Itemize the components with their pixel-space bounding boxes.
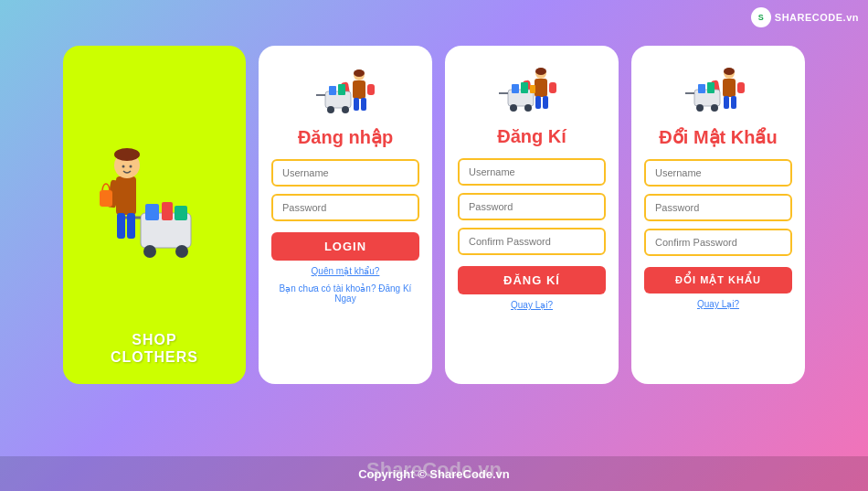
svg-rect-8 — [117, 213, 125, 239]
panel-shop: SHOP CLOTHERS — [63, 46, 246, 384]
register-password-input[interactable] — [458, 193, 606, 220]
shop-figure-container — [63, 46, 246, 331]
copyright-text: Copyright © ShareCode.vn — [358, 467, 510, 481]
svg-point-38 — [524, 104, 532, 112]
register-title: Đăng Kí — [497, 126, 566, 147]
svg-point-14 — [130, 165, 132, 168]
svg-point-17 — [354, 69, 365, 77]
register-figure — [495, 57, 568, 121]
login-title: Đăng nhập — [298, 126, 393, 148]
svg-rect-19 — [354, 98, 359, 111]
login-figure — [309, 57, 382, 121]
changepw-back-link[interactable]: Quay Lại? — [697, 299, 739, 309]
svg-point-12 — [114, 148, 140, 161]
logo-icon: S — [751, 7, 771, 27]
svg-rect-20 — [361, 98, 366, 111]
register-confirm-input[interactable] — [458, 228, 606, 255]
changepw-confirm-input[interactable] — [644, 229, 792, 256]
svg-point-24 — [327, 106, 334, 113]
svg-rect-22 — [367, 84, 375, 95]
svg-point-13 — [122, 165, 125, 168]
svg-rect-28 — [338, 84, 345, 95]
svg-point-1 — [143, 245, 156, 258]
changepw-password-input[interactable] — [644, 194, 792, 221]
svg-point-25 — [342, 106, 349, 113]
svg-point-44 — [724, 68, 735, 75]
svg-rect-41 — [521, 82, 528, 93]
svg-point-52 — [711, 104, 718, 112]
panel-login: Đăng nhập LOGIN Quên mật khẩu? Bạn chưa … — [259, 46, 432, 384]
svg-rect-31 — [535, 79, 547, 97]
changepw-button[interactable]: ĐỔI MẬT KHẨU — [644, 267, 792, 294]
svg-rect-40 — [512, 84, 519, 93]
svg-rect-35 — [549, 82, 556, 93]
svg-point-2 — [175, 245, 188, 258]
register-button[interactable]: ĐĂNG KÍ — [458, 266, 606, 294]
svg-rect-5 — [162, 202, 173, 220]
login-username-input[interactable] — [271, 159, 419, 187]
logo-label: SHARECODE.vn — [775, 12, 859, 23]
svg-rect-49 — [737, 82, 745, 93]
svg-rect-32 — [535, 96, 541, 109]
panel-register: Đăng Kí ĐĂNG KÍ Quay Lại? — [445, 46, 619, 384]
svg-rect-27 — [329, 86, 336, 95]
login-button[interactable]: LOGIN — [271, 232, 419, 261]
svg-rect-45 — [723, 79, 736, 97]
changepw-title: Đổi Mật Khẩu — [659, 126, 777, 148]
register-prompt: Bạn chưa có tài khoản? Đăng Kí Ngay — [271, 283, 419, 304]
svg-rect-9 — [127, 213, 135, 239]
svg-rect-42 — [530, 85, 535, 93]
svg-rect-6 — [175, 206, 187, 220]
panel-change-password: Đổi Mật Khẩu ĐỔI MẬT KHẨU Quay Lại? — [631, 46, 805, 384]
svg-point-37 — [510, 104, 517, 112]
svg-rect-46 — [724, 96, 729, 109]
forgot-password-link[interactable]: Quên mật khẩu? — [312, 266, 380, 276]
svg-rect-55 — [707, 82, 715, 93]
main-area: SHOP CLOTHERS Đăng nhập — [63, 46, 805, 384]
svg-rect-47 — [731, 96, 736, 109]
change-pw-figure — [682, 57, 755, 121]
shop-title: SHOP CLOTHERS — [111, 331, 198, 366]
svg-rect-15 — [100, 190, 112, 207]
svg-point-51 — [696, 104, 704, 112]
shop-person-svg — [90, 103, 218, 286]
login-person-svg — [309, 57, 382, 121]
login-password-input[interactable] — [271, 194, 419, 221]
copyright-bar: Copyright © ShareCode.vn — [0, 456, 868, 491]
svg-rect-4 — [145, 204, 159, 220]
register-person-svg — [495, 57, 568, 121]
register-back-link[interactable]: Quay Lại? — [511, 300, 553, 310]
svg-rect-54 — [698, 84, 705, 93]
svg-point-30 — [535, 68, 546, 75]
logo-corner: S SHARECODE.vn — [751, 7, 859, 27]
register-username-input[interactable] — [458, 158, 606, 186]
svg-rect-18 — [353, 80, 365, 99]
svg-rect-33 — [543, 96, 548, 109]
changepw-person-svg — [682, 57, 755, 121]
changepw-username-input[interactable] — [644, 159, 792, 187]
